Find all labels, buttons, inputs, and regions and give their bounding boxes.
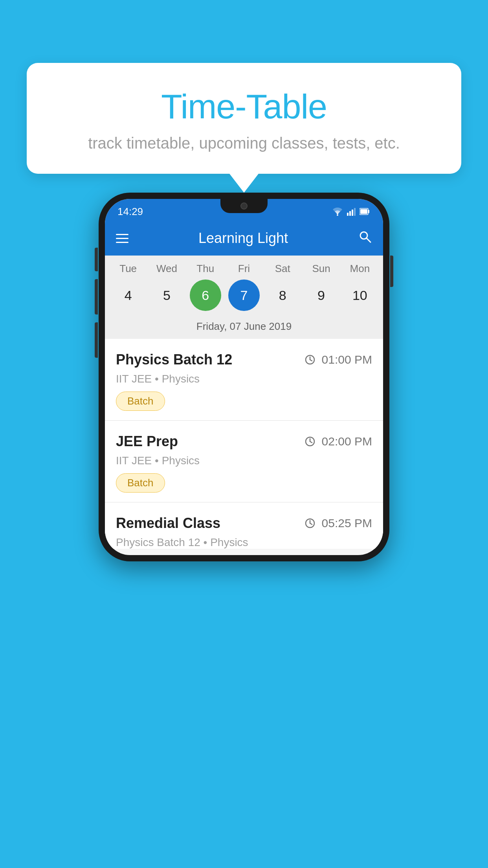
status-icons [332, 207, 371, 216]
volume-down-button [95, 279, 98, 314]
day-8[interactable]: 8 [267, 280, 298, 311]
hamburger-menu-button[interactable] [116, 234, 128, 243]
schedule-item-2[interactable]: JEE Prep 02:00 PM IIT JEE • Physics Batc… [105, 421, 383, 502]
app-bar: Learning Light [105, 221, 383, 256]
day-header-mon: Mon [344, 263, 376, 275]
schedule-item-1-subtitle: IIT JEE • Physics [116, 373, 372, 385]
svg-rect-1 [347, 213, 349, 216]
clock-icon-2 [305, 436, 316, 447]
batch-badge-1: Batch [116, 392, 165, 411]
schedule-item-3-title: Remedial Class [116, 515, 220, 531]
phone-screen: 14:29 [105, 199, 383, 555]
tooltip-subtitle: track timetable, upcoming classes, tests… [50, 134, 438, 152]
battery-icon [360, 208, 371, 215]
day-header-thu: Thu [190, 263, 221, 275]
day-numbers: 4 5 6 7 8 9 10 [105, 280, 383, 311]
day-10[interactable]: 10 [344, 280, 376, 311]
schedule-item-1-title: Physics Batch 12 [116, 351, 232, 368]
day-header-wed: Wed [151, 263, 182, 275]
schedule-item-1-time: 01:00 PM [305, 353, 372, 366]
phone-container: 14:29 [99, 193, 389, 561]
schedule-item-1-header: Physics Batch 12 01:00 PM [116, 351, 372, 368]
front-camera [240, 202, 248, 210]
day-headers: Tue Wed Thu Fri Sat Sun Mon [105, 263, 383, 275]
day-7-selected[interactable]: 7 [228, 280, 260, 311]
calendar-strip: Tue Wed Thu Fri Sat Sun Mon 4 5 6 7 8 9 … [105, 256, 383, 339]
day-header-sun: Sun [306, 263, 337, 275]
silent-button [95, 322, 98, 358]
day-header-tue: Tue [112, 263, 144, 275]
power-button [390, 256, 393, 287]
phone-notch [220, 199, 268, 213]
signal-icon [347, 207, 356, 216]
clock-icon-3 [305, 518, 316, 529]
tooltip-title: Time-Table [50, 86, 438, 127]
tooltip-card: Time-Table track timetable, upcoming cla… [27, 63, 461, 174]
app-title: Learning Light [138, 230, 349, 246]
svg-rect-7 [360, 209, 367, 214]
schedule-list: Physics Batch 12 01:00 PM IIT JEE • Phys… [105, 339, 383, 549]
svg-line-18 [310, 523, 312, 524]
schedule-item-1[interactable]: Physics Batch 12 01:00 PM IIT JEE • Phys… [105, 339, 383, 421]
svg-line-12 [310, 360, 312, 361]
schedule-item-3-header: Remedial Class 05:25 PM [116, 515, 372, 531]
schedule-item-3-time: 05:25 PM [305, 517, 372, 530]
svg-rect-2 [349, 211, 351, 216]
wifi-icon [332, 207, 343, 216]
day-header-fri: Fri [228, 263, 260, 275]
schedule-item-3-subtitle: Physics Batch 12 • Physics [116, 536, 372, 549]
day-4[interactable]: 4 [112, 280, 144, 311]
svg-rect-4 [354, 208, 356, 216]
svg-rect-6 [368, 210, 369, 213]
svg-rect-3 [352, 210, 353, 216]
selected-date-label: Friday, 07 June 2019 [105, 316, 383, 339]
clock-icon-1 [305, 354, 316, 365]
schedule-item-2-header: JEE Prep 02:00 PM [116, 433, 372, 450]
batch-badge-2: Batch [116, 473, 165, 493]
status-time: 14:29 [117, 206, 143, 218]
svg-point-0 [337, 214, 338, 216]
schedule-item-2-title: JEE Prep [116, 433, 178, 450]
phone-frame: 14:29 [99, 193, 389, 561]
day-9[interactable]: 9 [306, 280, 337, 311]
search-button[interactable] [358, 230, 372, 247]
day-6-today[interactable]: 6 [190, 280, 221, 311]
schedule-item-2-subtitle: IIT JEE • Physics [116, 454, 372, 467]
svg-line-15 [310, 441, 312, 443]
schedule-item-3[interactable]: Remedial Class 05:25 PM Physics Batch 12… [105, 502, 383, 549]
day-5[interactable]: 5 [151, 280, 182, 311]
schedule-item-2-time: 02:00 PM [305, 435, 372, 448]
volume-up-button [95, 248, 98, 271]
svg-line-9 [367, 238, 371, 242]
day-header-sat: Sat [267, 263, 298, 275]
